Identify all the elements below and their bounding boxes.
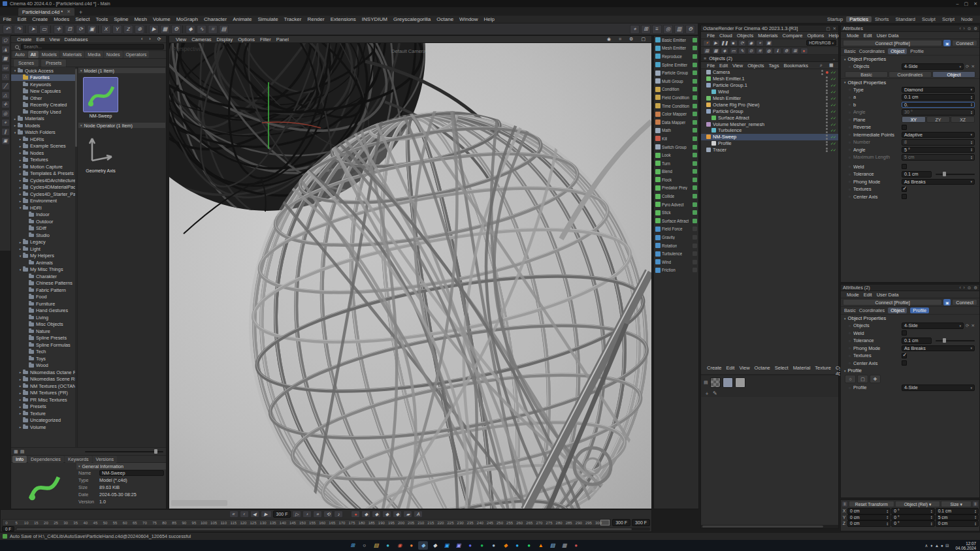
transform-mode-dropdown[interactable]: Object (Rel) ▾ (895, 501, 941, 507)
visibility-dots[interactable] (826, 141, 828, 146)
viewport-settings-icon[interactable]: ⚙ (627, 37, 636, 42)
asset-tree-item[interactable]: Charakter (11, 273, 77, 280)
tray-gpu-icon[interactable]: ♦ (930, 543, 932, 548)
asset-tree-item[interactable]: Indoor (11, 212, 77, 219)
viewport-menu-item[interactable]: Options (235, 37, 257, 42)
chrome-browser-icon[interactable]: ◉ (395, 541, 404, 550)
material-thumbnail[interactable] (723, 377, 733, 388)
asset-tree-item[interactable]: ▾ My Helpers (11, 253, 77, 260)
octane-region-button[interactable]: ▭ (730, 48, 738, 54)
nav-back-icon[interactable]: ‹ (959, 26, 960, 31)
material-thumbnail[interactable] (710, 377, 721, 388)
play-button[interactable]: ▶ (261, 511, 272, 518)
asset-tree-item[interactable]: Food (11, 294, 77, 301)
reset-transform-button[interactable]: Reset Transform (849, 501, 894, 507)
object-tree-item[interactable]: Volume Mesher_remesh ✓✓ (701, 121, 838, 127)
new-tab-button[interactable]: + (74, 9, 87, 16)
timeline-ruler[interactable]: 0510152025303540455055606570758085909510… (2, 519, 611, 526)
asset-tree-item[interactable]: Keywords (11, 81, 77, 88)
current-frame-field[interactable]: 300 F (273, 511, 291, 518)
attribute-tab[interactable]: Coordinates (859, 307, 885, 313)
timeline-scrollbar[interactable] (16, 527, 650, 531)
asset-tree-item[interactable]: Furniture (11, 300, 77, 307)
viewport-view-label[interactable]: Perspective (172, 46, 201, 52)
b-input[interactable]: 0.▴▾ (902, 102, 975, 108)
rotation-input[interactable]: 0 °▴▾ (891, 520, 934, 527)
tray-expand-icon[interactable]: ∧ (925, 543, 928, 548)
render-settings-button[interactable]: ⚙ (171, 25, 181, 34)
enabled-checkmarks[interactable]: ✓✓ (830, 70, 836, 74)
gear-icon[interactable]: ⚙ (973, 285, 977, 291)
tab-close-icon[interactable]: ✕ (67, 9, 71, 14)
tray-updates-icon[interactable]: ▲ (935, 543, 939, 548)
remove-icon[interactable]: ✕ (972, 323, 975, 328)
asset-tree-item[interactable]: ▸ Volume (11, 424, 77, 431)
material-list-icon[interactable]: ▤ (704, 380, 708, 385)
profile-preset-1[interactable]: ○ (845, 375, 856, 383)
info-tab[interactable]: Keywords (65, 456, 92, 463)
reverse-checkbox[interactable] (902, 125, 907, 130)
close-button[interactable]: ✕ (973, 1, 977, 7)
menu-item[interactable]: Bookmarks (781, 63, 811, 69)
tolerance-slider[interactable] (936, 340, 975, 341)
asset-tree-item[interactable]: Misc Objects (11, 321, 77, 328)
lock-icon[interactable]: ⊙ (968, 285, 971, 291)
asset-tree-item[interactable]: ▸ Example Scenes (11, 143, 77, 150)
object-tree-item[interactable]: Surface Attract ✓✓ (701, 114, 838, 121)
simulate-item[interactable]: Wind (654, 258, 698, 266)
asset-card[interactable]: Geometry Axis (82, 132, 120, 173)
simulate-item[interactable]: Stick (654, 208, 698, 217)
position-input[interactable]: 0 cm▴▾ (847, 514, 890, 521)
asset-tree-item[interactable]: Living (11, 314, 77, 321)
octane-stop-button[interactable]: ■ (730, 40, 738, 46)
mail-app-icon[interactable]: ● (571, 541, 581, 550)
thumbnail-size-slider[interactable] (85, 451, 163, 452)
octane-focus-picker[interactable]: ⌖ (756, 40, 764, 46)
simulation-scene-button[interactable]: ◆ (186, 25, 195, 34)
object-tree-item[interactable]: NM-Sweep ✓✓ (701, 134, 838, 140)
octane-grid-button[interactable]: ⊞ (791, 48, 799, 54)
menu-item[interactable]: Create (15, 37, 35, 42)
menu-item[interactable]: Simulate (255, 16, 281, 22)
menu-item[interactable]: User Data (874, 33, 901, 39)
asset-tree-item[interactable]: ▾ HDRI (11, 204, 77, 212)
octane-white-balance[interactable]: ⊙ (747, 48, 755, 54)
visibility-dots[interactable] (821, 70, 823, 75)
toolbar-icon[interactable] (50, 25, 52, 33)
simulate-item[interactable]: Mesh Emitter (654, 44, 698, 53)
asset-tree-item[interactable]: ▾ My Misc Things (11, 266, 77, 274)
prev-key-button[interactable]: ‹ (240, 511, 249, 518)
section-header[interactable]: Object Properties (841, 55, 979, 63)
viewport-solo-button[interactable]: ◎ (663, 25, 673, 34)
octane-power-button[interactable]: ⚡ (703, 40, 711, 46)
asset-tree-item[interactable]: ▸ Cycles4D_Starter_Pack (11, 191, 77, 198)
attribute-tab[interactable]: Basic (844, 307, 856, 313)
a-input[interactable]: 0.1 cm▴▾ (902, 94, 975, 101)
profile-preset-2[interactable]: ▢ (857, 375, 868, 383)
object-subtab[interactable]: Object (932, 71, 975, 78)
taskbar-clock[interactable]: 12:07 04.06.2024 (955, 541, 976, 550)
tolerance-input[interactable]: 0.1 cm (902, 171, 932, 178)
enabled-checkmarks[interactable]: ✓✓ (830, 76, 836, 81)
simulate-item[interactable]: Look (654, 151, 698, 159)
menu-item[interactable]: File (0, 16, 14, 22)
viewport-menu-item[interactable]: Display (214, 37, 236, 42)
photoshop-app-icon[interactable]: ▣ (442, 541, 451, 550)
octane-material-picker[interactable]: ✎ (738, 48, 746, 54)
object-tree-item[interactable]: Mesh Emitter ✓✓ (701, 95, 838, 102)
intermediate-points-dropdown[interactable]: Adaptive▾ (902, 132, 975, 138)
plane-xy-button[interactable]: XY (902, 116, 926, 123)
phong-mode-dropdown[interactable]: As Breaks▾ (902, 345, 975, 352)
coords-options-icon[interactable]: ≡ (972, 501, 979, 507)
menu-item[interactable]: Octane (434, 16, 457, 22)
octane-layers-button[interactable]: ▦ (712, 48, 720, 54)
last-used-tool[interactable]: ▣ (87, 25, 97, 34)
weld-checkbox[interactable] (902, 164, 907, 169)
enabled-checkmarks[interactable]: ✓✓ (830, 148, 836, 152)
loop-mode-button[interactable]: ⟲ (323, 511, 333, 518)
model-mode-button[interactable]: ◮ (1, 46, 10, 54)
enabled-checkmarks[interactable]: ✓✓ (830, 116, 836, 120)
menu-item[interactable]: Options (805, 33, 826, 39)
menu-item[interactable]: File (705, 33, 717, 39)
asset-tree-item[interactable]: ▸ Models (11, 122, 77, 129)
